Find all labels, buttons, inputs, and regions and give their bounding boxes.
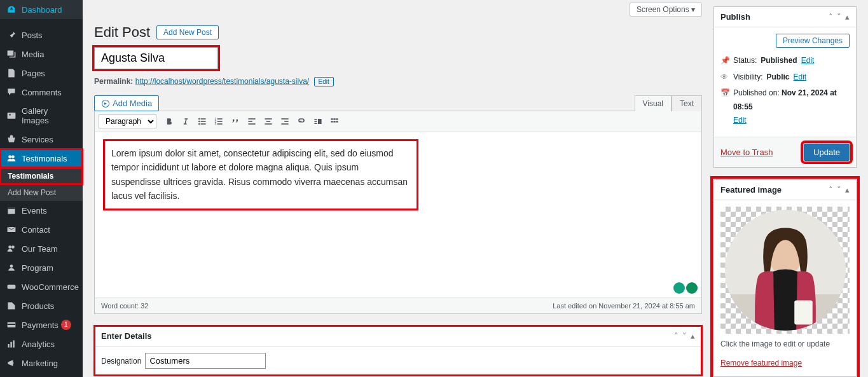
- quote-icon[interactable]: [228, 114, 243, 129]
- analytics-icon: [6, 339, 17, 349]
- testimonials-icon: [6, 153, 17, 163]
- move-to-trash-link[interactable]: Move to Trash: [720, 147, 773, 157]
- svg-rect-45: [331, 121, 333, 122]
- link-icon[interactable]: [294, 114, 309, 129]
- screen-options-toggle[interactable]: Screen Options ▾: [630, 3, 702, 17]
- admin-sidebar: Dashboard Posts Media Pages Comments Gal…: [0, 0, 83, 377]
- sidebar-item-payments[interactable]: Payments1: [0, 315, 83, 334]
- svg-rect-38: [314, 119, 317, 120]
- team-icon: [6, 243, 17, 254]
- avatar-image: [725, 210, 846, 331]
- bullet-list-icon[interactable]: [195, 114, 210, 129]
- eye-icon: 👁: [720, 71, 729, 85]
- svg-rect-34: [265, 123, 272, 125]
- sidebar-item-woocommerce[interactable]: WooCommerce: [0, 277, 83, 296]
- chevron-down-icon[interactable]: ˅: [837, 12, 841, 22]
- gallery-icon: [6, 111, 17, 121]
- add-new-post-button[interactable]: Add New Post: [156, 25, 219, 39]
- format-select[interactable]: Paragraph: [99, 114, 156, 128]
- editor-body[interactable]: Lorem ipsum dolor sit amet, consectetur …: [95, 132, 701, 298]
- sidebar-item-testimonials[interactable]: Testimonials: [0, 149, 83, 168]
- sidebar-item-label: WooCommerce: [22, 282, 79, 292]
- featured-image[interactable]: [720, 207, 850, 334]
- edit-slug-button[interactable]: Edit: [314, 77, 334, 86]
- italic-icon[interactable]: [178, 114, 193, 129]
- last-edited: Last edited on November 21, 2024 at 8:55…: [553, 302, 695, 310]
- submenu-label: Testimonials: [8, 172, 53, 181]
- sidebar-item-pages[interactable]: Pages: [0, 64, 83, 83]
- sidebar-item-products[interactable]: Products: [0, 296, 83, 315]
- submenu-add-new[interactable]: Add New Post: [0, 184, 83, 201]
- chevron-down-icon[interactable]: ˅: [682, 331, 687, 341]
- sidebar-item-label: Pages: [22, 69, 45, 78]
- number-list-icon[interactable]: 123: [211, 114, 226, 129]
- key-icon: 📌: [720, 54, 729, 68]
- toggle-icon[interactable]: ▴: [691, 331, 695, 341]
- edit-visibility-link[interactable]: Edit: [793, 71, 806, 85]
- svg-rect-31: [248, 123, 255, 125]
- calendar-icon: [6, 205, 17, 216]
- chevron-down-icon[interactable]: ˅: [837, 185, 841, 195]
- update-button[interactable]: Update: [804, 144, 850, 161]
- post-title-input[interactable]: [94, 47, 218, 69]
- sidebar-item-our-team[interactable]: Our Team: [0, 239, 83, 258]
- align-right-icon[interactable]: [277, 114, 293, 129]
- edit-status-link[interactable]: Edit: [801, 54, 815, 68]
- sidebar-item-services[interactable]: Services: [0, 130, 83, 149]
- visual-tab[interactable]: Visual: [635, 95, 672, 111]
- svg-rect-13: [8, 344, 9, 348]
- svg-rect-5: [8, 207, 15, 209]
- grammarly-icon-2[interactable]: [686, 282, 698, 294]
- sidebar-item-gallery[interactable]: Gallery Images: [0, 102, 83, 130]
- more-icon[interactable]: [310, 114, 326, 129]
- svg-text:3: 3: [215, 123, 217, 126]
- svg-rect-40: [314, 123, 317, 124]
- payments-badge: 1: [61, 320, 71, 330]
- editor-toolbar: Paragraph 123: [95, 111, 701, 132]
- sidebar-item-analytics[interactable]: Analytics: [0, 334, 83, 353]
- chevron-up-icon[interactable]: ˄: [829, 185, 833, 195]
- sidebar-item-label: Payments: [22, 320, 59, 330]
- svg-rect-15: [13, 340, 14, 347]
- sidebar-item-label: Events: [22, 206, 47, 216]
- sidebar-item-dashboard[interactable]: Dashboard: [0, 0, 83, 19]
- designation-input[interactable]: [145, 353, 266, 369]
- bold-icon[interactable]: [162, 114, 177, 129]
- toggle-icon[interactable]: ▴: [845, 185, 850, 195]
- sidebar-item-comments[interactable]: Comments: [0, 83, 83, 102]
- sidebar-item-label: Posts: [22, 31, 43, 40]
- svg-rect-29: [248, 118, 255, 120]
- sidebar-item-label: Contact: [22, 225, 50, 235]
- post-content[interactable]: Lorem ipsum dolor sit amet, consectetur …: [105, 141, 417, 209]
- sidebar-item-posts[interactable]: Posts: [0, 25, 83, 45]
- svg-rect-37: [281, 123, 288, 125]
- chevron-up-icon[interactable]: ˄: [829, 12, 833, 22]
- sidebar-item-contact[interactable]: Contact: [0, 220, 83, 239]
- sidebar-item-marketing[interactable]: Marketing: [0, 353, 83, 373]
- permalink-link[interactable]: http://localhost/wordpress/testimonials/…: [135, 77, 309, 86]
- calendar-icon: 📅: [720, 86, 729, 100]
- toggle-icon[interactable]: ▴: [845, 12, 850, 22]
- submenu-testimonials[interactable]: Testimonials: [0, 168, 83, 184]
- align-center-icon[interactable]: [261, 114, 276, 129]
- preview-changes-button[interactable]: Preview Changes: [776, 34, 850, 48]
- comment-icon: [6, 87, 17, 97]
- sidebar-item-label: Comments: [22, 88, 62, 97]
- sidebar-item-media[interactable]: Media: [0, 45, 83, 64]
- toolbar-toggle-icon[interactable]: [327, 114, 342, 129]
- sidebar-item-label: Marketing: [22, 359, 58, 368]
- sidebar-item-events[interactable]: Events: [0, 201, 83, 220]
- sidebar-item-label: Services: [22, 135, 53, 144]
- sidebar-item-program[interactable]: Program: [0, 258, 83, 277]
- svg-point-19: [198, 121, 200, 122]
- svg-rect-46: [333, 121, 335, 122]
- svg-rect-22: [201, 123, 206, 125]
- remove-featured-link[interactable]: Remove featured image: [720, 359, 802, 367]
- align-left-icon[interactable]: [244, 114, 259, 129]
- edit-date-link[interactable]: Edit: [733, 116, 747, 125]
- grammarly-icon[interactable]: [673, 282, 685, 294]
- chevron-up-icon[interactable]: ˄: [674, 331, 679, 341]
- add-media-button[interactable]: Add Media: [94, 95, 159, 111]
- text-tab[interactable]: Text: [672, 95, 702, 111]
- sidebar-item-label: Program: [22, 263, 53, 273]
